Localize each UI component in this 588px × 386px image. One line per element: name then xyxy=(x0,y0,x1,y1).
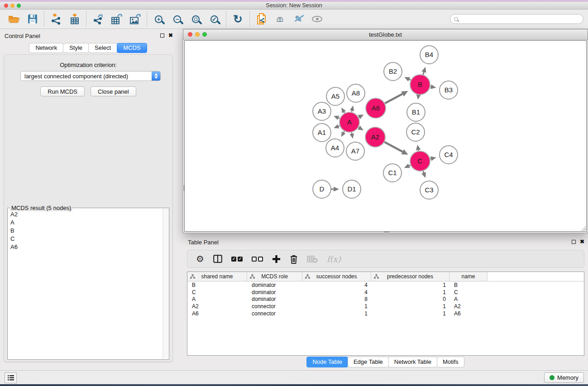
graph-node-D1[interactable]: D1 xyxy=(343,180,361,198)
edge-A-A3[interactable] xyxy=(339,118,340,118)
table-cell[interactable]: 1 xyxy=(302,303,371,310)
select-all-columns-button[interactable]: ✓ ✓ xyxy=(231,257,243,262)
edge-C-C3[interactable] xyxy=(423,171,424,173)
column-header-shared-name[interactable]: shared name xyxy=(187,272,247,281)
export-network-button[interactable] xyxy=(89,11,107,27)
deselect-all-columns-button[interactable] xyxy=(252,257,263,262)
graph-node-C[interactable]: C xyxy=(410,151,430,171)
graph-node-A7[interactable]: A7 xyxy=(346,142,364,160)
cybrowser-home-button[interactable]: ⌂⌂ xyxy=(271,11,289,27)
table-cell[interactable]: 1 xyxy=(371,282,449,288)
graph-node-A6[interactable]: A6 xyxy=(366,98,386,118)
result-item[interactable]: C xyxy=(8,234,162,243)
graph-node-B3[interactable]: B3 xyxy=(440,81,458,99)
graph-node-B4[interactable]: B4 xyxy=(420,46,438,64)
table-cell[interactable]: dominator xyxy=(247,282,302,288)
table-settings-button gear-icon[interactable]: ⚙ xyxy=(196,253,204,264)
network-canvas[interactable]: B4B2BB3A5A8A6B1A3AC2A1A2A4A7C4CC1C3DD1 xyxy=(184,40,587,232)
table-row[interactable]: A6connector11A6 xyxy=(187,310,584,317)
table-cell[interactable]: A6 xyxy=(449,310,488,317)
toggle-column-view-button[interactable] xyxy=(213,255,222,263)
tab-motifs[interactable]: Motifs xyxy=(437,357,464,367)
table-cell[interactable]: A2 xyxy=(449,303,488,310)
node-table[interactable]: shared nameMCDS rolesuccessor nodesprede… xyxy=(187,272,584,356)
table-row[interactable]: A2connector11A2 xyxy=(187,303,584,310)
graph-node-A3[interactable]: A3 xyxy=(313,102,331,120)
graph-node-C3[interactable]: C3 xyxy=(420,181,438,199)
edge-A6-B[interactable] xyxy=(385,94,402,104)
graph-node-A4[interactable]: A4 xyxy=(326,139,344,157)
new-network-from-file-button[interactable] xyxy=(252,11,271,27)
edge-A-A7[interactable] xyxy=(352,133,352,134)
float-panel-icon[interactable] xyxy=(160,33,164,38)
edge-A-A4[interactable] xyxy=(344,131,344,133)
close-panel-button[interactable]: Close panel xyxy=(91,86,136,96)
graph-node-A[interactable]: A xyxy=(339,112,359,132)
table-row[interactable]: Cdominator41C xyxy=(187,289,584,296)
result-item[interactable]: A2 xyxy=(8,210,162,218)
zoom-selected-button[interactable]: ✓ xyxy=(205,11,224,27)
splitter-handle[interactable] xyxy=(384,232,389,233)
graph-node-A2[interactable]: A2 xyxy=(365,127,385,147)
tab-network-table[interactable]: Network Table xyxy=(388,357,437,367)
zoom-in-button[interactable]: + xyxy=(149,11,168,27)
import-table-button[interactable] xyxy=(65,11,84,27)
column-header-name[interactable]: name xyxy=(449,272,488,281)
result-scrollbar[interactable] xyxy=(163,209,168,359)
table-cell[interactable]: dominator xyxy=(247,296,302,302)
export-image-button[interactable] xyxy=(126,11,144,27)
graph-node-A5[interactable]: A5 xyxy=(326,87,344,105)
table-cell[interactable]: connector xyxy=(247,303,302,310)
tab-select[interactable]: Select xyxy=(88,43,117,53)
graph-node-C2[interactable]: C2 xyxy=(406,123,425,141)
hide-graphics-details-button[interactable]: ✎ xyxy=(289,11,308,27)
session-titlebar[interactable]: Session: New Session xyxy=(0,2,588,10)
close-panel-icon[interactable]: ✖ xyxy=(168,33,173,38)
graph-node-A8[interactable]: A8 xyxy=(347,84,365,102)
column-header-MCDS-role[interactable]: MCDS role xyxy=(247,272,302,281)
table-cell[interactable]: 8 xyxy=(302,296,371,302)
edge-B-B4[interactable] xyxy=(423,72,424,75)
table-cell[interactable]: B xyxy=(187,282,247,288)
toolbar-search-field[interactable] xyxy=(450,14,583,24)
tab-edge-table[interactable]: Edge Table xyxy=(348,357,389,367)
tab-mcds[interactable]: MCDS xyxy=(117,43,147,53)
zoom-out-button[interactable]: − xyxy=(168,11,186,27)
edge-C-C1[interactable] xyxy=(409,165,411,166)
task-history-button[interactable] xyxy=(5,372,17,383)
edge-A-A1[interactable] xyxy=(339,126,340,126)
graph-node-B[interactable]: B xyxy=(410,75,430,95)
table-cell[interactable]: C xyxy=(187,289,247,295)
show-hide-button[interactable] xyxy=(308,11,326,27)
close-panel-icon[interactable]: ✖ xyxy=(580,239,584,244)
table-cell[interactable]: B xyxy=(449,282,488,288)
splitter-handle[interactable] xyxy=(183,186,184,191)
tab-network[interactable]: Network xyxy=(29,43,63,53)
import-network-button[interactable] xyxy=(47,11,65,27)
table-cell[interactable]: 1 xyxy=(371,303,449,310)
graph-node-B1[interactable]: B1 xyxy=(407,103,425,121)
table-cell[interactable]: 1 xyxy=(371,289,449,295)
table-cell[interactable]: A xyxy=(449,296,488,302)
table-cell[interactable]: C xyxy=(449,289,488,295)
mcds-result-list[interactable]: A2ABCA6 xyxy=(8,210,162,358)
table-cell[interactable]: 4 xyxy=(302,282,371,288)
table-cell[interactable]: 4 xyxy=(302,289,371,295)
graph-node-D[interactable]: D xyxy=(313,180,331,198)
tab-style[interactable]: Style xyxy=(63,43,89,53)
table-cell[interactable]: dominator xyxy=(247,289,302,295)
graph-node-A1[interactable]: A1 xyxy=(313,124,331,142)
result-item[interactable]: B xyxy=(8,226,162,234)
graph-node-C1[interactable]: C1 xyxy=(383,164,402,182)
table-row[interactable]: Adominator80A xyxy=(187,296,584,303)
table-cell[interactable]: connector xyxy=(247,310,302,317)
table-cell[interactable]: A2 xyxy=(187,303,247,310)
zoom-fit-button[interactable] xyxy=(186,11,205,27)
table-cell[interactable]: A6 xyxy=(187,310,247,317)
run-mcds-button[interactable]: Run MCDS xyxy=(40,86,85,96)
edge-A-A8[interactable] xyxy=(352,110,352,112)
table-cell[interactable]: 1 xyxy=(302,310,371,317)
edge-B-B2[interactable] xyxy=(409,79,411,80)
edge-A2-C[interactable] xyxy=(384,142,402,152)
table-row[interactable]: Bdominator41B xyxy=(187,281,584,289)
